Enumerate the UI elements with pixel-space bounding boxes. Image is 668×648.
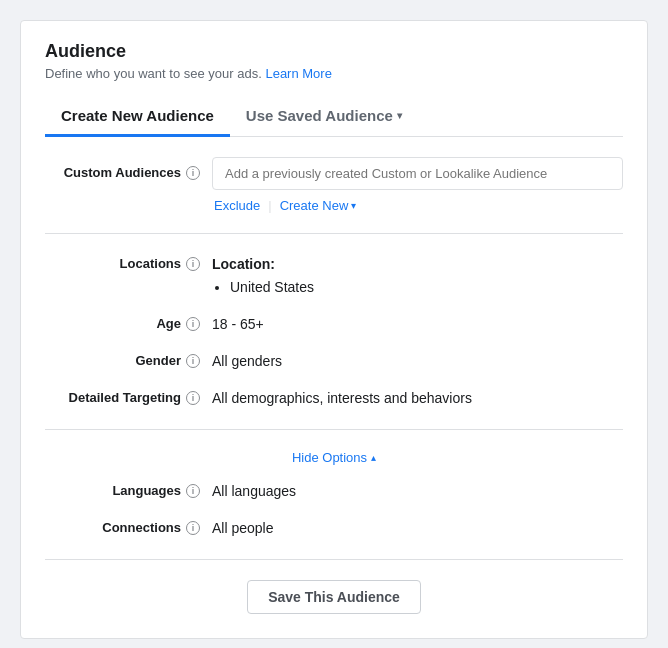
custom-audiences-label: Custom Audiences i: [45, 157, 200, 180]
locations-value: Location: United States: [212, 254, 623, 298]
hide-options-link[interactable]: Hide Options ▴: [292, 450, 376, 465]
detailed-targeting-info-icon[interactable]: i: [186, 391, 200, 405]
age-row: Age i 18 - 65+: [45, 314, 623, 335]
tab-bar: Create New Audience Use Saved Audience ▾: [45, 97, 623, 137]
panel-subtitle: Define who you want to see your ads. Lea…: [45, 66, 623, 81]
connections-row: Connections i All people: [45, 518, 623, 539]
custom-audiences-input-col: Exclude | Create New ▾: [212, 157, 623, 213]
languages-row: Languages i All languages: [45, 481, 623, 502]
custom-audiences-info-icon[interactable]: i: [186, 166, 200, 180]
languages-value: All languages: [212, 481, 623, 502]
input-actions: Exclude | Create New ▾: [212, 198, 623, 213]
custom-audiences-section: Custom Audiences i Exclude | Create New …: [45, 137, 623, 234]
targeting-section: Locations i Location: United States Age …: [45, 234, 623, 430]
age-label: Age i: [45, 314, 200, 331]
hide-options-row: Hide Options ▴: [45, 450, 623, 465]
connections-value: All people: [212, 518, 623, 539]
age-value: 18 - 65+: [212, 314, 623, 335]
age-info-icon[interactable]: i: [186, 317, 200, 331]
languages-info-icon[interactable]: i: [186, 484, 200, 498]
hide-options-arrow-icon: ▴: [371, 452, 376, 463]
locations-label: Locations i: [45, 254, 200, 271]
create-new-arrow-icon: ▾: [351, 200, 356, 211]
exclude-link[interactable]: Exclude: [214, 198, 260, 213]
locations-info-icon[interactable]: i: [186, 257, 200, 271]
gender-row: Gender i All genders: [45, 351, 623, 372]
connections-info-icon[interactable]: i: [186, 521, 200, 535]
tab-create-new[interactable]: Create New Audience: [45, 97, 230, 137]
connections-label: Connections i: [45, 518, 200, 535]
create-new-link[interactable]: Create New ▾: [280, 198, 357, 213]
options-section: Hide Options ▴ Languages i All languages…: [45, 430, 623, 560]
learn-more-link[interactable]: Learn More: [265, 66, 331, 81]
gender-label: Gender i: [45, 351, 200, 368]
audience-panel: Audience Define who you want to see your…: [20, 20, 648, 639]
detailed-targeting-label: Detailed Targeting i: [45, 388, 200, 405]
detailed-targeting-row: Detailed Targeting i All demographics, i…: [45, 388, 623, 409]
gender-info-icon[interactable]: i: [186, 354, 200, 368]
save-audience-button[interactable]: Save This Audience: [247, 580, 421, 614]
locations-row: Locations i Location: United States: [45, 254, 623, 298]
detailed-targeting-value: All demographics, interests and behavior…: [212, 388, 623, 409]
tab-dropdown-arrow: ▾: [397, 110, 402, 121]
custom-audiences-row: Custom Audiences i Exclude | Create New …: [45, 157, 623, 213]
save-section: Save This Audience: [45, 560, 623, 614]
location-item: United States: [230, 277, 623, 298]
gender-value: All genders: [212, 351, 623, 372]
tab-use-saved[interactable]: Use Saved Audience ▾: [230, 97, 418, 137]
panel-title: Audience: [45, 41, 623, 62]
custom-audiences-input[interactable]: [212, 157, 623, 190]
languages-label: Languages i: [45, 481, 200, 498]
